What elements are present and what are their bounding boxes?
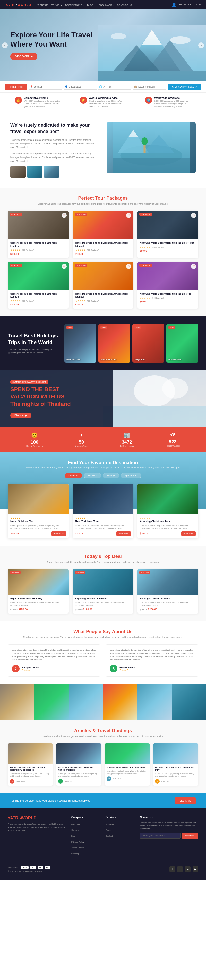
social-facebook-icon[interactable]: f	[169, 866, 175, 872]
happy-customers-icon: 😊	[26, 432, 43, 438]
navbar-logo[interactable]: YATRI▪WORLD	[5, 3, 32, 7]
stat-destinations: 🏢 3472 In Destinations	[120, 432, 134, 447]
hero-next-arrow[interactable]: ›	[198, 43, 204, 48]
footer-link-tours[interactable]: Tours	[105, 829, 111, 831]
nav-contact[interactable]: CONTACT US	[117, 4, 132, 6]
tour-card-img-0: FEATURED ♡	[8, 211, 69, 239]
tour-fav-0[interactable]: ♡	[62, 213, 67, 218]
footer-newsletter-input[interactable]	[140, 832, 180, 839]
footer-link-contact[interactable]: Contact	[105, 835, 113, 837]
article-author-avatar-3: A	[155, 779, 160, 784]
article-desc-3: Lorem ipsum is simply dummy text of the …	[155, 772, 196, 778]
article-img-2	[105, 743, 150, 764]
gallery-img-2	[27, 166, 43, 178]
nav-destinations[interactable]: DESTINATIONS ▾	[65, 4, 84, 6]
dest-book-btn-0[interactable]: Book Now	[51, 531, 66, 536]
social-linkedin-icon[interactable]: in	[185, 866, 190, 872]
deal-title-0: Experience Europe Your Way	[10, 597, 66, 600]
footer-link-privacy[interactable]: Privacy Policy	[71, 841, 84, 843]
article-title-0: The Alps voyage does not consist in seek…	[10, 766, 51, 772]
search-guest-field[interactable]: 👤 Guest Stays	[64, 84, 97, 89]
nav-bookmark[interactable]: BOOKMARK ▾	[99, 4, 114, 6]
footer-grid: YATRI▪WORLD Travel the moments as profes…	[8, 816, 198, 857]
vacation-discover-button[interactable]: Discover ▶	[10, 412, 32, 418]
trips-icon: 🌐	[99, 86, 102, 88]
search-location-placeholder: Location	[34, 86, 43, 88]
navbar: YATRI▪WORLD ABOUT US TRAVEL ▾ DESTINATIO…	[0, 0, 206, 9]
dest-desc-1: Lorem ipsum is simply dummy text of the …	[75, 524, 131, 530]
holidays-desc: Lorem ipsum is simply dummy text of prin…	[8, 348, 59, 355]
article-img-1	[56, 743, 101, 764]
tour-fav-5[interactable]: ♡	[191, 264, 196, 269]
testimonials-title: What People Say About Us	[8, 629, 198, 635]
dest-tab-weekend[interactable]: Weekend	[84, 473, 101, 479]
tour-price-4: $120.00	[75, 304, 131, 306]
footer-social: f t in ▶	[169, 866, 198, 872]
service-title: Award Winning Service	[89, 97, 126, 99]
search-trips-field[interactable]: 🌐 All Trips	[98, 84, 131, 89]
tour-fav-2[interactable]: ♡	[191, 213, 196, 218]
nav-about[interactable]: ABOUT US	[37, 4, 48, 6]
feature-pricing: 💰 Competitive Pricing With 500+ supplier…	[15, 97, 61, 108]
stat-guests-number: 523	[166, 439, 180, 445]
search-location-field[interactable]: 📍 Location	[29, 84, 62, 89]
login-link[interactable]: LOGIN	[194, 3, 201, 6]
tour-title-5: NYC One World Observatory Skip-the-Line …	[140, 293, 196, 296]
dest-book-btn-1[interactable]: Book Now	[117, 531, 131, 536]
dest-book-btn-2[interactable]: Book Now	[181, 531, 196, 536]
search-accommodation-field[interactable]: 🏨 Accommodation	[133, 84, 166, 89]
footer-link-careers[interactable]: Careers	[71, 829, 78, 831]
tour-stars-0: ★★★★★	[10, 249, 21, 251]
navbar-links: ABOUT US TRAVEL ▾ DESTINATIONS ▾ BLOG ▾ …	[37, 2, 171, 7]
footer-about-desc: Travel the moments as professional plan …	[8, 822, 66, 832]
footer-link-research[interactable]: Research	[105, 823, 114, 825]
article-author-1: Sarah Lee	[64, 780, 72, 782]
testimonial-stars-1: ★★★★★	[120, 669, 135, 671]
cta-text: Tell me the service make you please it a…	[10, 799, 90, 802]
tour-fav-3[interactable]: ♡	[62, 264, 67, 269]
tour-fav-4[interactable]: ♡	[126, 264, 131, 269]
deal-card-2: 20% OFF Earning Arizona Club Miles Lorem…	[137, 569, 198, 614]
dest-tab-unlimited[interactable]: Unlimited	[65, 473, 82, 479]
nav-blog[interactable]: BLOG ▾	[87, 4, 96, 6]
search-find-place-tab[interactable]: Find a Place	[5, 84, 27, 90]
social-youtube-icon[interactable]: ▶	[193, 866, 198, 872]
nav-travel[interactable]: TRAVEL ▾	[51, 4, 62, 6]
destinations-icon: 🏢	[120, 432, 134, 438]
search-packages-button[interactable]: SEARCH PACKAGES	[168, 84, 201, 90]
social-twitter-icon[interactable]: t	[177, 866, 183, 872]
deal-title-2: Earning Arizona Club Miles	[140, 597, 196, 600]
hero-discover-button[interactable]: DISCOVER ▶	[10, 53, 37, 60]
cta-live-chat-button[interactable]: Live Chat	[174, 797, 196, 804]
dest-desc-0: Lorem ipsum is simply dummy text of the …	[10, 524, 66, 530]
footer-subscribe-button[interactable]: Subscribe	[182, 832, 198, 839]
tour-fav-1[interactable]: ♡	[126, 213, 131, 218]
payment-pp: PP	[38, 866, 43, 869]
payment-ae: AE	[45, 866, 50, 869]
holiday-card-1[interactable]: $380 Amsterdam Tour	[98, 324, 130, 363]
svg-point-15	[142, 137, 148, 145]
tour-reviews-2: (50 Reviews)	[152, 246, 164, 248]
holiday-card-2[interactable]: $620 Tokyo Tour	[133, 324, 164, 363]
hero-prev-arrow[interactable]: ‹	[2, 43, 8, 48]
stat-destinations-label: In Destinations	[120, 445, 134, 447]
footer-link-blog[interactable]: Blog	[71, 835, 75, 837]
about-text1: Travel the moments as a professional by …	[10, 138, 99, 149]
deal-card-img-0: 30% OFF	[8, 569, 69, 595]
user-icon: 👤	[171, 2, 177, 7]
tour-title-2: NYC One World Observatory Skip-the-Line …	[140, 242, 196, 245]
dest-tab-special[interactable]: Special Tour	[121, 473, 141, 479]
about-gallery	[10, 166, 99, 178]
testimonial-card-0: Lorem ipsum is simply dummy text of the …	[8, 644, 101, 676]
register-link[interactable]: REGISTER	[179, 3, 191, 6]
footer-link-about[interactable]: About Us	[71, 823, 80, 825]
footer-link-terms[interactable]: Terms Of Use	[71, 847, 84, 849]
holiday-card-3[interactable]: $290 Norwich Tour	[166, 324, 198, 363]
tour-reviews-3: (50 Reviews)	[22, 300, 34, 302]
stat-customers-label: Happy Customers	[26, 445, 43, 447]
tour-stars-4: ★★★★★	[75, 299, 86, 302]
footer-link-sitemap[interactable]: Site Map	[71, 853, 80, 855]
dest-tab-holidays[interactable]: Holidays	[103, 473, 120, 479]
holiday-card-0[interactable]: $450 New York Tour	[64, 324, 96, 363]
holiday-price-3: $290	[168, 326, 175, 329]
